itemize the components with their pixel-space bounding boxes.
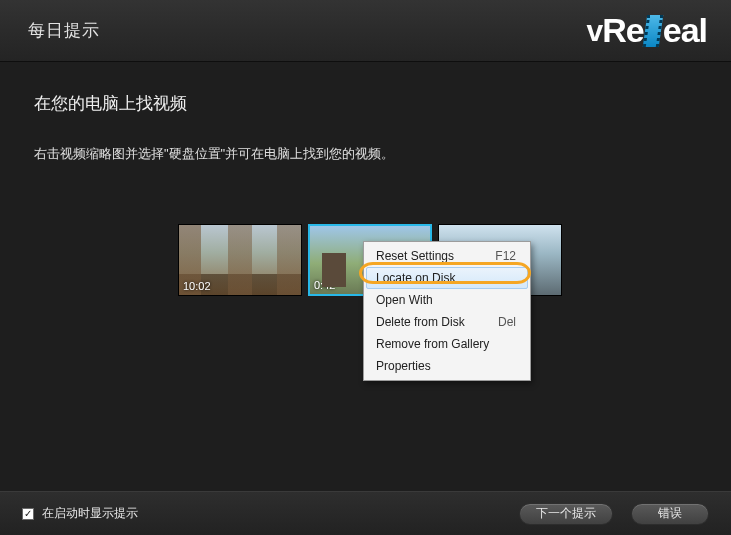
show-on-startup-checkbox[interactable]: ✓ (22, 508, 34, 520)
menu-item-locate-on-disk[interactable]: Locate on Disk (366, 267, 528, 289)
video-thumbnail[interactable]: 10:02 (178, 224, 302, 296)
menu-item-label: Reset Settings (376, 249, 454, 263)
context-menu: Reset Settings F12 Locate on Disk Open W… (363, 241, 531, 381)
menu-item-properties[interactable]: Properties (366, 355, 528, 377)
duration-label: 0:42 (314, 279, 335, 291)
menu-item-label: Delete from Disk (376, 315, 465, 329)
menu-item-label: Open With (376, 293, 433, 307)
menu-item-label: Locate on Disk (376, 271, 455, 285)
menu-item-reset-settings[interactable]: Reset Settings F12 (366, 245, 528, 267)
duration-label: 10:02 (183, 280, 211, 292)
error-button[interactable]: 错误 (631, 503, 709, 525)
content-area: 在您的电脑上找视频 右击视频缩略图并选择"硬盘位置"并可在电脑上找到您的视频。 (0, 62, 731, 163)
menu-item-delete-from-disk[interactable]: Delete from Disk Del (366, 311, 528, 333)
tip-heading: 在您的电脑上找视频 (34, 92, 697, 115)
app-logo: vReeal (587, 11, 707, 50)
menu-item-open-with[interactable]: Open With (366, 289, 528, 311)
header: 每日提示 vReeal (0, 0, 731, 62)
dialog-title: 每日提示 (28, 19, 100, 42)
menu-item-shortcut: Del (498, 315, 516, 329)
next-tip-button[interactable]: 下一个提示 (519, 503, 613, 525)
menu-item-label: Properties (376, 359, 431, 373)
film-strip-icon (642, 15, 662, 47)
tip-description: 右击视频缩略图并选择"硬盘位置"并可在电脑上找到您的视频。 (34, 145, 697, 163)
menu-item-shortcut: F12 (495, 249, 516, 263)
menu-item-label: Remove from Gallery (376, 337, 489, 351)
menu-item-remove-from-gallery[interactable]: Remove from Gallery (366, 333, 528, 355)
show-on-startup-label: 在启动时显示提示 (42, 505, 138, 522)
footer: ✓ 在启动时显示提示 下一个提示 错误 (0, 491, 731, 535)
